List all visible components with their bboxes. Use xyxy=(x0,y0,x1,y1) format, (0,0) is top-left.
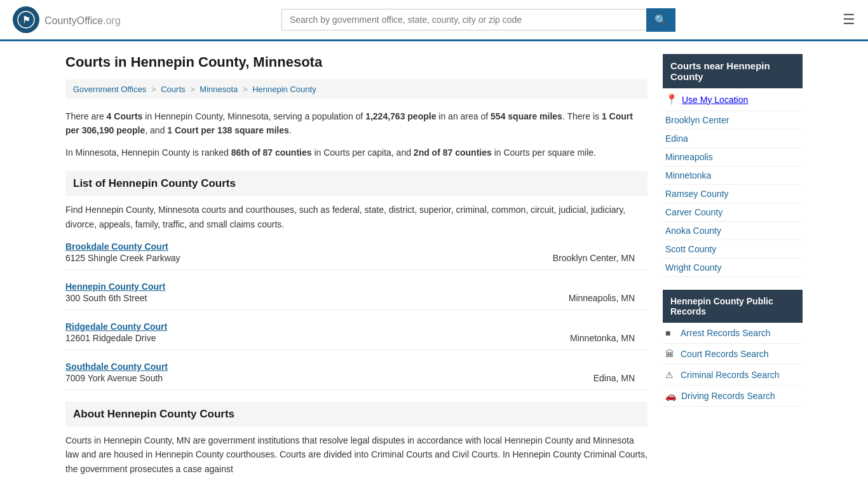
list-section-description: Find Hennepin County, Minnesota courts a… xyxy=(65,203,648,231)
about-section-header: About Hennepin County Courts xyxy=(65,402,648,427)
sidebar-record-court[interactable]: 🏛 Court Records Search xyxy=(663,344,803,365)
court-address-southdale: 7009 York Avenue South xyxy=(65,373,163,383)
court-city-southdale: Edina, MN xyxy=(520,373,648,383)
breadcrumb-link-courts[interactable]: Courts xyxy=(161,85,185,94)
sidebar-item-carver[interactable]: Carver County xyxy=(663,203,803,222)
nearby-header: Courts near Hennepin County xyxy=(663,54,803,88)
sidebar-item-anoka[interactable]: Anoka County xyxy=(663,222,803,240)
location-pin-icon: 📍 xyxy=(665,93,678,105)
content-area: Courts in Hennepin County, Minnesota Gov… xyxy=(65,54,648,476)
list-section-header: List of Hennepin County Courts xyxy=(65,171,648,196)
search-button[interactable]: 🔍 xyxy=(646,8,675,32)
court-icon: 🏛 xyxy=(665,349,675,359)
logo-area: ⚑ CountyOffice.org xyxy=(13,6,121,33)
court-entry-ridgedale: Ridgedale County Court 12601 Ridgedale D… xyxy=(65,322,648,350)
breadcrumb-link-county[interactable]: Hennepin County xyxy=(252,85,316,94)
arrest-icon: ■ xyxy=(665,328,675,338)
intro-paragraph-2: In Minnesota, Hennepin County is ranked … xyxy=(65,146,648,159)
court-name-hennepin: Hennepin County Court xyxy=(65,281,648,292)
court-name-southdale: Southdale County Court xyxy=(65,362,648,372)
use-my-location-link[interactable]: Use My Location xyxy=(682,95,748,105)
page-title: Courts in Hennepin County, Minnesota xyxy=(65,54,648,71)
sidebar-item-brooklyn-center[interactable]: Brooklyn Center xyxy=(663,111,803,130)
court-address-hennepin: 300 South 6th Street xyxy=(65,293,147,303)
court-city-hennepin: Minneapolis, MN xyxy=(520,293,648,303)
sidebar-record-driving[interactable]: 🚗 Driving Records Search xyxy=(663,386,803,407)
sidebar-item-ramsey[interactable]: Ramsey County xyxy=(663,185,803,203)
sidebar-link-carver[interactable]: Carver County xyxy=(665,207,722,217)
public-records-header: Hennepin County Public Records xyxy=(663,290,803,323)
court-entry-hennepin: Hennepin County Court 300 South 6th Stre… xyxy=(65,281,648,310)
court-link-hennepin[interactable]: Hennepin County Court xyxy=(65,281,165,292)
sidebar-link-ramsey[interactable]: Ramsey County xyxy=(665,189,729,199)
use-my-location-item[interactable]: 📍 Use My Location xyxy=(663,88,803,111)
search-area: 🔍 xyxy=(281,8,675,32)
sidebar-item-scott[interactable]: Scott County xyxy=(663,240,803,259)
sidebar-item-minnetonka[interactable]: Minnetonka xyxy=(663,166,803,185)
sidebar-link-minnetonka[interactable]: Minnetonka xyxy=(665,170,711,180)
court-address-ridgedale: 12601 Ridgedale Drive xyxy=(65,333,156,343)
intro-paragraph-1: There are 4 Courts in Hennepin County, M… xyxy=(65,109,648,138)
main-container: Courts in Hennepin County, Minnesota Gov… xyxy=(53,41,815,488)
court-link-southdale[interactable]: Southdale County Court xyxy=(65,362,168,372)
breadcrumb-link-gov[interactable]: Government Offices xyxy=(73,85,146,94)
court-name-brookdale: Brookdale County Court xyxy=(65,241,648,252)
court-city-brookdale: Brooklyn Center, MN xyxy=(520,253,648,263)
driving-icon: 🚗 xyxy=(665,391,676,401)
search-input[interactable] xyxy=(281,9,646,30)
sidebar-link-scott[interactable]: Scott County xyxy=(665,244,716,254)
sidebar-link-edina[interactable]: Edina xyxy=(665,133,688,144)
sidebar: Courts near Hennepin County 📍 Use My Loc… xyxy=(663,54,803,476)
sidebar-link-brooklyn-center[interactable]: Brooklyn Center xyxy=(665,115,729,125)
sidebar-item-minneapolis[interactable]: Minneapolis xyxy=(663,148,803,166)
court-address-brookdale: 6125 Shingle Creek Parkway xyxy=(65,253,180,263)
about-text: Courts in Hennepin County, MN are govern… xyxy=(65,433,648,476)
sidebar-record-arrest[interactable]: ■ Arrest Records Search xyxy=(663,323,803,344)
menu-button[interactable]: ☰ xyxy=(843,11,855,28)
logo-text: CountyOffice.org xyxy=(44,13,121,27)
logo-icon: ⚑ xyxy=(13,6,39,33)
site-header: ⚑ CountyOffice.org 🔍 ☰ xyxy=(0,0,868,41)
svg-text:⚑: ⚑ xyxy=(22,15,31,25)
public-records-section: Hennepin County Public Records ■ Arrest … xyxy=(663,290,803,407)
sidebar-link-anoka[interactable]: Anoka County xyxy=(665,226,721,236)
sidebar-link-wright[interactable]: Wright County xyxy=(665,262,721,273)
court-records-link[interactable]: Court Records Search xyxy=(681,349,769,359)
sidebar-link-minneapolis[interactable]: Minneapolis xyxy=(665,152,713,162)
nearby-section: Courts near Hennepin County 📍 Use My Loc… xyxy=(663,54,803,277)
court-entry-southdale: Southdale County Court 7009 York Avenue … xyxy=(65,362,648,390)
breadcrumb-link-mn[interactable]: Minnesota xyxy=(200,85,238,94)
court-link-brookdale[interactable]: Brookdale County Court xyxy=(65,241,168,252)
court-link-ridgedale[interactable]: Ridgedale County Court xyxy=(65,322,167,332)
arrest-records-link[interactable]: Arrest Records Search xyxy=(681,328,771,338)
breadcrumb: Government Offices > Courts > Minnesota … xyxy=(65,79,648,99)
sidebar-item-wright[interactable]: Wright County xyxy=(663,259,803,277)
court-entry-brookdale: Brookdale County Court 6125 Shingle Cree… xyxy=(65,241,648,270)
sidebar-record-criminal[interactable]: ⚠ Criminal Records Search xyxy=(663,365,803,386)
criminal-icon: ⚠ xyxy=(665,370,675,380)
sidebar-item-edina[interactable]: Edina xyxy=(663,130,803,148)
criminal-records-link[interactable]: Criminal Records Search xyxy=(681,370,780,380)
court-name-ridgedale: Ridgedale County Court xyxy=(65,322,648,332)
court-city-ridgedale: Minnetonka, MN xyxy=(520,333,648,343)
driving-records-link[interactable]: Driving Records Search xyxy=(681,391,775,401)
